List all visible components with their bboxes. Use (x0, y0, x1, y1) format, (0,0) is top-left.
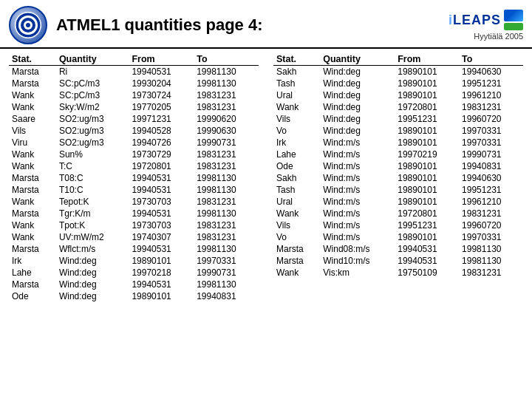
table-cell: 19831231 (459, 208, 523, 219)
table-cell: 19940726 (129, 137, 194, 149)
table-row: LaheWind:deg1997021819990731 (9, 267, 259, 279)
table-cell: Marsta (9, 279, 56, 290)
table-cell: Wind:deg (320, 78, 395, 89)
table-row: MarstaWind:deg1994053119981130 (9, 279, 259, 290)
table-cell: 19990731 (194, 267, 259, 279)
table-row: TashWind:m/s1989010119951231 (273, 184, 523, 196)
table-row: TashWind:deg1989010119951231 (273, 78, 523, 89)
table-cell: Sun% (56, 149, 129, 160)
table-row: VilsWind:deg1995123119960720 (273, 113, 523, 125)
table-row: UralWind:deg1989010119961210 (273, 89, 523, 101)
table-cell: Lahe (273, 149, 320, 160)
table-cell: 19831231 (194, 231, 259, 243)
table-cell: 19730724 (129, 89, 194, 101)
table-cell: Vils (273, 113, 320, 125)
table-cell: Wind:deg (320, 66, 395, 78)
table-cell: 19831231 (194, 149, 259, 160)
table-cell: 19981130 (194, 172, 259, 184)
left-col-stat: Stat. (9, 53, 56, 66)
table-cell: 19951231 (395, 219, 459, 231)
table-cell: 19940531 (129, 243, 194, 255)
table-cell: 19940531 (395, 255, 459, 267)
table-cell: 19970218 (129, 267, 194, 279)
table-cell: Wind:deg (320, 101, 395, 113)
table-cell: 19981130 (194, 184, 259, 196)
table-row: SaareSO2:ug/m31997123119990620 (9, 113, 259, 125)
table-cell: 19971231 (129, 113, 194, 125)
table-cell: Wind:deg (56, 255, 129, 267)
table-row: MarstaWflct:m/s1994053119981130 (9, 243, 259, 255)
table-cell: 19831231 (459, 101, 523, 113)
table-cell: Saare (9, 113, 56, 125)
table-row: WankSky:W/m21977020519831231 (9, 101, 259, 113)
table-cell: 19890101 (129, 255, 194, 267)
left-table: Stat. Quantity From To MarstaRi199405311… (9, 53, 259, 302)
table-cell: Marsta (9, 243, 56, 255)
table-row: WankT:C1972080119831231 (9, 160, 259, 172)
table-cell: Wind:m/s (320, 184, 395, 196)
table-cell: 19890101 (395, 137, 459, 149)
table-cell: SO2:ug/m3 (56, 137, 129, 149)
table-cell: 19981130 (194, 66, 259, 78)
table-cell: Wind:m/s (320, 231, 395, 243)
table-cell: 19961210 (459, 89, 523, 101)
table-cell: 19940531 (129, 184, 194, 196)
table-row: MarstaT08:C1994053119981130 (9, 172, 259, 184)
table-cell: Wind:deg (320, 125, 395, 137)
table-row: UralWind:m/s1989010119961210 (273, 196, 523, 208)
table-cell: UV:mW/m2 (56, 231, 129, 243)
table-cell: Wank (9, 101, 56, 113)
table-cell: 19981130 (194, 78, 259, 89)
table-cell: Wind10:m/s (320, 255, 395, 267)
table-cell: 19981130 (194, 208, 259, 219)
table-row: WankVis:km1975010919831231 (273, 267, 523, 279)
table-cell: Marsta (273, 243, 320, 255)
institution-logo (9, 6, 47, 44)
table-cell: 19981130 (459, 255, 523, 267)
table-cell: 19970331 (459, 231, 523, 243)
table-cell: 19940831 (194, 290, 259, 302)
table-row: VoWind:m/s1989010119970331 (273, 231, 523, 243)
table-cell: Irk (273, 137, 320, 149)
table-cell: Vo (273, 231, 320, 243)
table-cell: Irk (9, 255, 56, 267)
table-cell: Marsta (9, 184, 56, 196)
table-cell: Vis:km (320, 267, 395, 279)
table-cell: 19951231 (459, 78, 523, 89)
table-cell: Wind:m/s (320, 172, 395, 184)
svg-point-4 (26, 23, 30, 27)
right-col-to: To (459, 53, 523, 66)
table-cell: Wank (9, 160, 56, 172)
table-cell: 19890101 (395, 125, 459, 137)
table-cell: 19730703 (129, 219, 194, 231)
table-row: MarstaRi1994053119981130 (9, 66, 259, 78)
table-row: WankTpot:K1973070319831231 (9, 219, 259, 231)
table-cell: 19720801 (395, 208, 459, 219)
right-col-stat: Stat. (273, 53, 320, 66)
table-row: IrkWind:deg1989010119970331 (9, 255, 259, 267)
table-cell: Wank (9, 149, 56, 160)
table-cell: 19890101 (395, 196, 459, 208)
table-cell: Wind:deg (320, 113, 395, 125)
left-col-quantity: Quantity (56, 53, 129, 66)
right-table-container: Stat. Quantity From To SakhWind:deg19890… (273, 53, 523, 302)
table-row: WankTepot:K1973070319831231 (9, 196, 259, 208)
table-row: WankUV:mW/m21974030719831231 (9, 231, 259, 243)
table-cell: 19940531 (129, 66, 194, 78)
table-cell: Marsta (9, 208, 56, 219)
table-cell: Sakh (273, 172, 320, 184)
table-cell: Ode (273, 160, 320, 172)
table-cell: 19890101 (395, 89, 459, 101)
table-cell: Wank (9, 196, 56, 208)
table-cell: 19940831 (459, 160, 523, 172)
table-cell: Vils (9, 125, 56, 137)
ileaps-logo: iLEAPS Hyytiälä 2005 (449, 10, 523, 41)
table-cell: SC:pC/m3 (56, 78, 129, 89)
table-cell: Sakh (273, 66, 320, 78)
table-cell: 19890101 (395, 184, 459, 196)
table-row: SakhWind:m/s1989010119940630 (273, 172, 523, 184)
table-cell: 19750109 (395, 267, 459, 279)
table-row: VilsWind:m/s1995123119960720 (273, 219, 523, 231)
table-cell: Wind:m/s (320, 196, 395, 208)
right-table: Stat. Quantity From To SakhWind:deg19890… (273, 53, 523, 279)
